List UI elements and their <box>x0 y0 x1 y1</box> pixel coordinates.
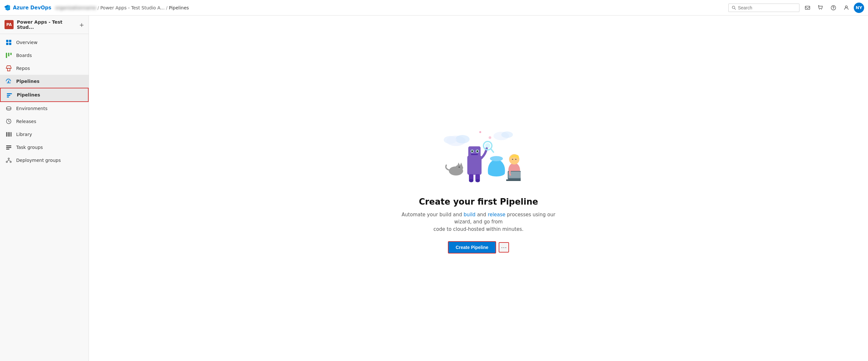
svg-point-4 <box>821 9 822 10</box>
sidebar-item-library[interactable]: Library <box>0 128 89 141</box>
app-logo[interactable]: Azure DevOps <box>4 4 52 11</box>
svg-rect-23 <box>9 132 10 137</box>
svg-point-33 <box>444 136 457 144</box>
svg-rect-26 <box>6 147 11 148</box>
sidebar-item-boards[interactable]: Boards <box>0 49 89 62</box>
svg-rect-10 <box>6 43 8 45</box>
deployment-groups-icon <box>5 157 12 164</box>
boards-icon <box>5 52 12 59</box>
svg-rect-2 <box>805 6 810 9</box>
svg-point-29 <box>6 161 7 163</box>
svg-point-51 <box>485 143 490 148</box>
pipeline-illustration-svg <box>437 123 521 188</box>
main-content: Create your first Pipeline Automate your… <box>89 16 868 361</box>
breadcrumb-sep-1: / <box>97 5 99 10</box>
sidebar-item-boards-label: Boards <box>16 53 32 58</box>
build-link[interactable]: build <box>463 212 475 218</box>
basket-icon <box>818 5 823 10</box>
svg-rect-22 <box>8 132 9 137</box>
svg-point-62 <box>515 159 517 160</box>
svg-point-35 <box>501 132 513 138</box>
app-body: PA Power Apps - Test Stud... + Overview <box>0 16 868 361</box>
svg-point-3 <box>819 9 820 10</box>
more-options-button[interactable]: ⋯ <box>499 242 509 253</box>
svg-point-36 <box>479 131 481 133</box>
welcome-panel: Create your first Pipeline Automate your… <box>395 110 563 267</box>
action-buttons: Create Pipeline ⋯ <box>448 241 509 253</box>
user-avatar[interactable]: NY <box>854 3 864 13</box>
sidebar-item-task-groups[interactable]: Task groups <box>0 141 89 154</box>
svg-rect-27 <box>6 148 9 149</box>
sidebar-item-releases[interactable]: Releases <box>0 115 89 128</box>
svg-point-6 <box>833 9 834 9</box>
svg-rect-25 <box>6 145 11 146</box>
svg-point-15 <box>8 81 9 82</box>
releases-icon <box>5 118 12 125</box>
breadcrumb-current: Pipelines <box>169 5 189 10</box>
search-input[interactable] <box>738 5 796 10</box>
sidebar-item-environments-label: Environments <box>16 106 48 111</box>
svg-rect-49 <box>471 154 478 155</box>
svg-point-48 <box>476 150 478 152</box>
svg-rect-21 <box>6 132 7 137</box>
notifications-icon <box>805 5 810 10</box>
svg-rect-9 <box>9 40 11 42</box>
breadcrumb-org[interactable]: organizationname <box>55 5 96 10</box>
sidebar-item-releases-label: Releases <box>16 119 36 124</box>
svg-point-42 <box>458 166 460 167</box>
svg-point-61 <box>512 159 513 160</box>
task-groups-icon <box>5 144 12 151</box>
sidebar-item-pipelines-label: Pipelines <box>17 92 40 98</box>
environments-icon <box>5 105 12 112</box>
pipelines-header-icon <box>5 78 12 85</box>
svg-point-55 <box>469 179 473 182</box>
user-settings-icon-btn[interactable] <box>841 2 852 13</box>
svg-point-28 <box>8 158 9 159</box>
sidebar-item-pipelines[interactable]: Pipelines <box>0 88 89 102</box>
sidebar-item-pipelines-header[interactable]: Pipelines <box>0 75 89 88</box>
breadcrumb-project[interactable]: Power Apps - Test Studio A... <box>100 5 165 10</box>
sidebar-item-library-label: Library <box>16 132 32 137</box>
welcome-title: Create your first Pipeline <box>419 197 538 206</box>
top-bar-icons: NY <box>802 2 864 13</box>
svg-marker-40 <box>457 163 460 166</box>
add-project-btn[interactable]: + <box>79 21 84 28</box>
azure-devops-logo-icon <box>4 4 11 11</box>
svg-rect-43 <box>467 156 482 175</box>
svg-rect-65 <box>506 179 521 181</box>
notifications-icon-btn[interactable] <box>802 2 813 13</box>
svg-rect-16 <box>7 93 12 94</box>
project-name-label: Power Apps - Test Stud... <box>17 20 76 30</box>
sidebar-item-deployment-groups[interactable]: Deployment groups <box>0 154 89 167</box>
app-name-label: Azure DevOps <box>13 5 52 11</box>
svg-rect-8 <box>6 40 8 42</box>
create-pipeline-button[interactable]: Create Pipeline <box>448 241 496 253</box>
svg-rect-18 <box>7 96 9 98</box>
svg-point-32 <box>455 135 470 143</box>
svg-point-58 <box>490 156 503 161</box>
release-link[interactable]: release <box>488 212 505 218</box>
help-icon-btn[interactable] <box>828 2 839 13</box>
sidebar-item-repos-label: Repos <box>16 66 30 71</box>
svg-line-52 <box>491 149 494 152</box>
library-icon <box>5 131 12 138</box>
user-icon <box>844 5 849 10</box>
welcome-description: Automate your build and build and releas… <box>401 211 556 233</box>
sidebar-item-overview-label: Overview <box>16 40 37 45</box>
svg-line-1 <box>735 8 736 9</box>
basket-icon-btn[interactable] <box>815 2 826 13</box>
svg-rect-13 <box>8 53 9 56</box>
help-icon <box>831 5 836 10</box>
search-box[interactable] <box>728 4 800 12</box>
sidebar-item-overview[interactable]: Overview <box>0 36 89 49</box>
svg-rect-11 <box>9 43 11 45</box>
sidebar-item-repos[interactable]: Repos <box>0 62 89 75</box>
search-icon <box>732 5 736 10</box>
sidebar-item-environments[interactable]: Environments <box>0 102 89 115</box>
repos-icon <box>5 65 12 72</box>
sidebar-item-task-groups-label: Task groups <box>16 145 43 150</box>
svg-point-30 <box>10 161 11 163</box>
pipelines-sub-icon <box>6 91 13 99</box>
pipeline-illustration <box>437 123 521 189</box>
sidebar-project[interactable]: PA Power Apps - Test Stud... + <box>0 16 89 34</box>
